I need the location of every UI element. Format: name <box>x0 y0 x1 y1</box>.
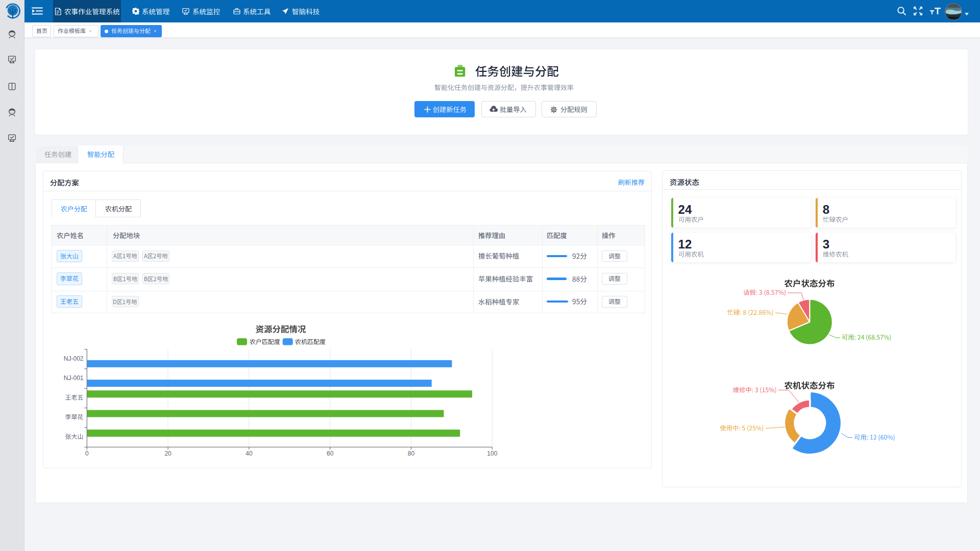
svg-text:100: 100 <box>487 450 497 457</box>
svg-text:NJ-002: NJ-002 <box>64 355 84 362</box>
svg-text:20: 20 <box>164 450 172 457</box>
svg-text:0: 0 <box>85 450 89 457</box>
svg-text:40: 40 <box>246 450 253 457</box>
svg-text:60: 60 <box>327 450 334 457</box>
svg-text:80: 80 <box>408 450 415 457</box>
svg-text:NJ-001: NJ-001 <box>64 374 84 382</box>
